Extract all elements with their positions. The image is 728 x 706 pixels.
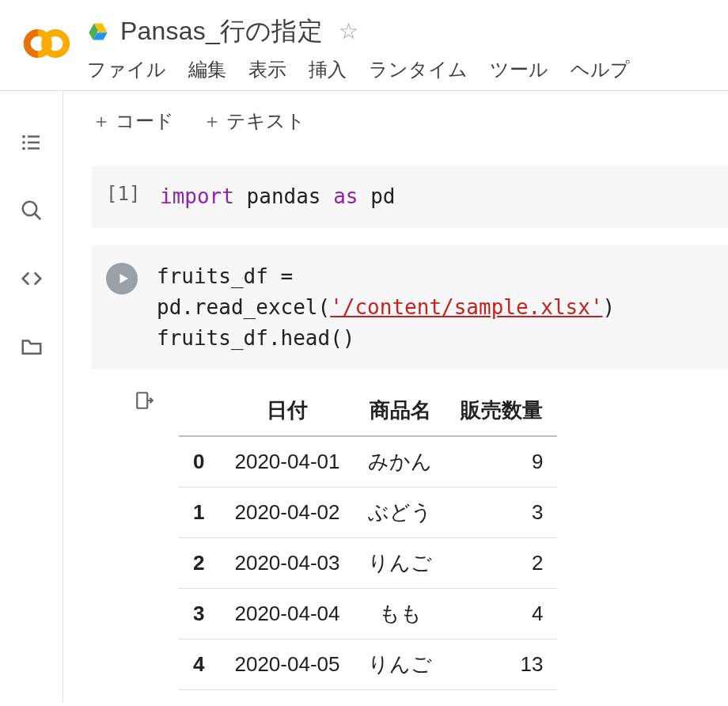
cell-date: 2020-04-02: [220, 488, 354, 538]
cell-qty: 9: [446, 436, 557, 488]
table-row: 02020-04-01みかん9: [179, 436, 557, 488]
cell-toolbar: ＋コード ＋テキスト: [63, 91, 728, 148]
row-index: 1: [179, 488, 220, 538]
run-button[interactable]: [106, 263, 138, 294]
menu-insert[interactable]: 挿入: [309, 57, 347, 82]
add-text-button[interactable]: ＋テキスト: [203, 108, 305, 134]
menu-bar: ファイル 編集 表示 挿入 ランタイム ツール ヘルプ: [87, 57, 728, 82]
table-row: 22020-04-03りんご2: [179, 538, 557, 589]
dataframe-table: 日付 商品名 販売数量 02020-04-01みかん912020-04-02ぶど…: [179, 385, 557, 690]
code-editor[interactable]: fruits_df = pd.read_excel('/content/samp…: [157, 261, 712, 354]
row-index: 0: [179, 436, 220, 488]
row-index: 3: [179, 589, 220, 640]
col-name: 商品名: [354, 385, 446, 436]
cell-date: 2020-04-05: [220, 640, 354, 690]
menu-edit[interactable]: 編集: [188, 57, 226, 82]
toc-icon[interactable]: [18, 129, 45, 156]
colab-logo-icon: [22, 19, 71, 68]
cell-name: もも: [354, 589, 446, 640]
files-icon[interactable]: [18, 333, 45, 360]
menu-view[interactable]: 表示: [248, 57, 286, 82]
code-cell-1: [1] import pandas as pd: [92, 165, 728, 228]
star-icon[interactable]: ☆: [339, 21, 358, 43]
svg-line-9: [34, 214, 40, 220]
cell-name: りんご: [354, 538, 446, 589]
cell-date: 2020-04-03: [220, 538, 354, 589]
snippets-icon[interactable]: [18, 265, 45, 292]
table-row: 12020-04-02ぶどう3: [179, 488, 557, 538]
col-date: 日付: [220, 385, 354, 436]
search-icon[interactable]: [18, 197, 45, 224]
notebook-area: ＋コード ＋テキスト [1] import pandas as pd fruit…: [63, 91, 728, 702]
menu-help[interactable]: ヘルプ: [571, 57, 630, 82]
document-title[interactable]: Pansas_行の指定: [120, 14, 323, 49]
cell-date: 2020-04-01: [220, 436, 354, 488]
cell-qty: 4: [446, 589, 557, 640]
sidebar: [0, 91, 63, 702]
svg-point-4: [22, 141, 25, 144]
cell-qty: 2: [446, 538, 557, 589]
col-qty: 販売数量: [446, 385, 557, 436]
code-editor[interactable]: import pandas as pd: [160, 181, 395, 212]
output-toggle-icon[interactable]: [135, 390, 157, 412]
menu-tools[interactable]: ツール: [490, 57, 548, 82]
cell-name: みかん: [354, 436, 446, 488]
svg-rect-10: [137, 393, 147, 408]
code-cell-2: fruits_df = pd.read_excel('/content/samp…: [92, 245, 728, 690]
svg-point-6: [22, 147, 25, 150]
header: Pansas_行の指定 ☆ ファイル 編集 表示 挿入 ランタイム ツール ヘル…: [0, 0, 728, 91]
cell-output: 日付 商品名 販売数量 02020-04-01みかん912020-04-02ぶど…: [92, 370, 728, 690]
table-row: 32020-04-04もも4: [179, 589, 557, 640]
cell-date: 2020-04-04: [220, 589, 354, 640]
menu-file[interactable]: ファイル: [87, 57, 166, 82]
cell-execution-count: [1]: [106, 181, 141, 205]
cell-name: りんご: [354, 640, 446, 690]
cell-name: ぶどう: [354, 488, 446, 538]
add-code-button[interactable]: ＋コード: [92, 108, 174, 134]
cell-qty: 13: [446, 640, 557, 690]
menu-runtime[interactable]: ランタイム: [369, 57, 468, 82]
svg-point-2: [22, 135, 25, 139]
row-index: 4: [179, 640, 220, 690]
table-header-row: 日付 商品名 販売数量: [179, 385, 557, 436]
svg-point-1: [45, 32, 66, 54]
row-index: 2: [179, 538, 220, 589]
drive-icon: [87, 21, 109, 43]
svg-point-8: [22, 202, 36, 216]
cell-qty: 3: [446, 488, 557, 538]
table-row: 42020-04-05りんご13: [179, 640, 557, 690]
